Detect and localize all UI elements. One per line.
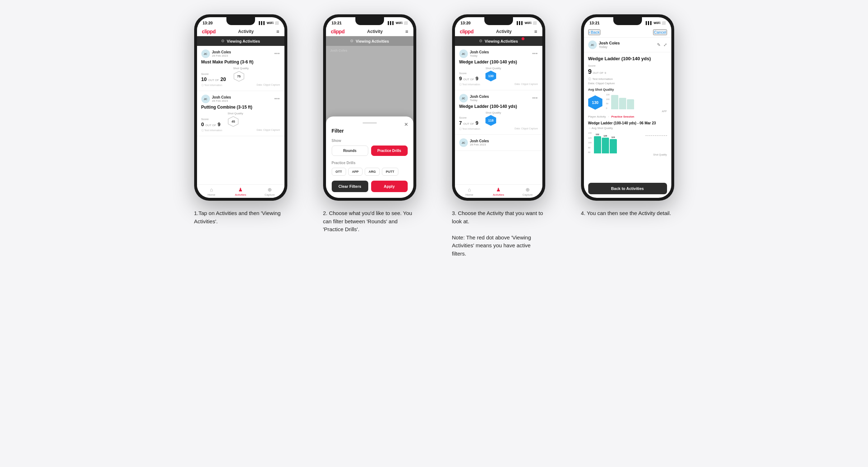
- modal-close-2[interactable]: ✕: [404, 121, 408, 127]
- toggle-practice-2[interactable]: Practice Drills: [371, 146, 408, 156]
- phone-notch-2: [355, 17, 384, 25]
- card-user-info-3-2: JC Josh Coles Today: [459, 94, 489, 103]
- score-row-4: 9 OUT OF 9: [588, 68, 667, 76]
- nav-capture-1[interactable]: ⊕ Capture: [255, 185, 284, 198]
- more-icon-3-2[interactable]: •••: [532, 96, 538, 101]
- app-logo-1[interactable]: clippd: [202, 29, 216, 34]
- score-label-3-2: Score: [459, 116, 479, 119]
- footer-info-3-1: ⓘ Test Information: [459, 83, 480, 86]
- card-user-info-3-1: JC Josh Coles Today: [459, 49, 489, 58]
- card-user-info-1-1: JC Josh Coles 28 Feb 2023: [201, 49, 231, 58]
- bottom-nav-3: ⌂ Home ♟ Activities ⊕ Capture: [455, 184, 542, 198]
- wedge-chart-title-4: Wedge Ladder (100-140 yds) - 06 Mar 23: [588, 121, 667, 125]
- sq-hex-3-2: Shot Quality 118: [485, 111, 501, 126]
- score-row-3-2: 7 OUT OF 9: [459, 120, 479, 126]
- card-header-1-2: JC Josh Coles 28 Feb 2023 •••: [201, 95, 280, 103]
- app-logo-3[interactable]: clippd: [460, 29, 474, 34]
- chip-ott-2[interactable]: OTT: [332, 168, 346, 176]
- back-to-activities-4[interactable]: Back to Activities: [588, 183, 667, 194]
- more-icon-1-2[interactable]: •••: [274, 96, 280, 101]
- home-icon-3: ⌂: [468, 187, 471, 192]
- phone-screen-2: 13:21 ▌▌▌ WiFi ⬜ clippd Activity ≡ ⚙ V: [326, 17, 413, 198]
- sq-label-1-1: Shot Quality: [233, 67, 249, 70]
- app-title-2: Activity: [367, 29, 383, 34]
- back-btn-4[interactable]: ‹ Back: [588, 29, 600, 35]
- info-icon-4: ⓘ: [588, 77, 591, 81]
- status-time-3: 13:20: [461, 21, 471, 25]
- info-text-4: Test Information: [593, 77, 613, 81]
- filter-title-2: Filter: [332, 128, 408, 134]
- sq-label-3-2: Shot Quality: [485, 111, 501, 114]
- activity-card-3-2[interactable]: JC Josh Coles Today ••• Wedge Ladder (10…: [455, 90, 542, 135]
- nav-home-label-1: Home: [207, 193, 215, 196]
- activity-card-3-3[interactable]: JC Josh Coles 28 Feb 2023: [455, 135, 542, 151]
- app-logo-2[interactable]: clippd: [331, 29, 345, 34]
- avatar-1-2: JC: [201, 95, 210, 103]
- sq-val-3-1: 130: [485, 71, 496, 81]
- y-axis-4: 130 100 50 0: [606, 94, 610, 109]
- status-icons-4: ▌▌▌ WiFi ⬜: [646, 21, 665, 25]
- sq-val-1-2: 45: [231, 120, 235, 123]
- viewing-banner-3[interactable]: ⚙ Viewing Activities: [455, 36, 542, 46]
- more-icon-1-1[interactable]: •••: [274, 51, 280, 56]
- pa-arrow-4: ›: [608, 115, 609, 118]
- hamburger-icon-2[interactable]: ≡: [405, 29, 408, 34]
- nav-capture-label-3: Capture: [523, 193, 533, 196]
- user-date-3-1: Today: [470, 54, 489, 57]
- capture-icon-3: ⊕: [526, 187, 530, 192]
- status-time-1: 13:20: [203, 21, 213, 25]
- card-title-1-1: Must Make Putting (3-6 ft): [201, 59, 280, 65]
- pa-label-text-4: Player Activity: [588, 115, 606, 118]
- viewing-banner-2[interactable]: ⚙ Viewing Activities: [326, 36, 413, 46]
- user-name-1-1: Josh Coles: [212, 50, 231, 54]
- card-footer-1-2: ⓘ Test Information Data: Clippd Capture: [201, 129, 280, 132]
- clear-filters-btn-2[interactable]: Clear Filters: [332, 181, 368, 192]
- phone-screen-1: 13:20 ▌▌▌ WiFi ⬜ clippd Activity ≡ ⚙ V: [197, 17, 284, 198]
- wifi-icon-2: WiFi: [396, 21, 403, 25]
- cancel-btn-4[interactable]: Cancel: [653, 29, 667, 35]
- footer-data-3-1: Data: Clippd Capture: [514, 83, 538, 86]
- avatar-3-2: JC: [459, 94, 468, 103]
- sq-group-3-1: Shot Quality 130: [485, 67, 501, 81]
- wifi-icon-3: WiFi: [525, 21, 532, 25]
- score-val-3-2: 7: [459, 120, 462, 126]
- toggle-rounds-2[interactable]: Rounds: [332, 146, 368, 156]
- nav-home-3[interactable]: ⌂ Home: [455, 185, 484, 198]
- score-label-1-1: Score: [201, 72, 226, 76]
- viewing-banner-1[interactable]: ⚙ Viewing Activities: [197, 36, 284, 46]
- dashed-line-4: [646, 135, 667, 136]
- filter-icon-2: ⚙: [350, 39, 354, 43]
- blurred-card-2: Josh Coles: [326, 46, 413, 55]
- nav-activities-3[interactable]: ♟ Activities: [484, 185, 513, 198]
- more-icon-3-1[interactable]: •••: [532, 51, 538, 56]
- chip-putt-2[interactable]: PUTT: [382, 168, 398, 176]
- hamburger-icon-1[interactable]: ≡: [276, 29, 279, 34]
- sq-group-1-2: Shot Quality 45: [227, 112, 243, 127]
- edit-icon-4[interactable]: ✎: [657, 42, 661, 47]
- chip-app-2[interactable]: APP: [348, 168, 363, 176]
- nav-home-1[interactable]: ⌂ Home: [197, 185, 226, 198]
- phone-notch-1: [226, 17, 255, 25]
- nav-capture-3[interactable]: ⊕ Capture: [513, 185, 542, 198]
- chip-arg-2[interactable]: ARG: [365, 168, 380, 176]
- apply-btn-2[interactable]: Apply: [371, 181, 408, 192]
- wedge-bars-container-4: 140 120 100 80 60 132 129: [588, 132, 667, 153]
- battery-icon-2: ⬜: [404, 21, 408, 25]
- score-row-1-2: 0 OUT OF 9: [201, 121, 221, 127]
- score-val-1-1: 10: [201, 76, 207, 82]
- hamburger-icon-3[interactable]: ≡: [534, 29, 537, 34]
- pa-link-4[interactable]: Practice Session: [611, 115, 634, 118]
- bar-3-4: [627, 99, 634, 109]
- status-icons-2: ▌▌▌ WiFi ⬜: [388, 21, 407, 25]
- activity-card-1-2[interactable]: JC Josh Coles 28 Feb 2023 ••• Putting Co…: [197, 91, 284, 136]
- activity-card-1-1[interactable]: JC Josh Coles 28 Feb 2023 ••• Must Make …: [197, 46, 284, 91]
- expand-icon-4[interactable]: ⤢: [663, 42, 667, 47]
- card-header-1-1: JC Josh Coles 28 Feb 2023 •••: [201, 49, 280, 58]
- phone-screen-4: 13:21 ▌▌▌ WiFi ⬜ ‹ Back Cancel: [584, 17, 671, 198]
- user-details-3-3: Josh Coles 28 Feb 2023: [470, 139, 489, 146]
- nav-activities-1[interactable]: ♟ Activities: [226, 185, 255, 198]
- footer-data-1-2: Data: Clippd Capture: [256, 129, 280, 132]
- battery-icon: ⬜: [275, 21, 279, 25]
- bar-chart-app-label-4: APP: [606, 110, 667, 113]
- activity-card-3-1[interactable]: JC Josh Coles Today ••• Wedge Ladder (10…: [455, 46, 542, 90]
